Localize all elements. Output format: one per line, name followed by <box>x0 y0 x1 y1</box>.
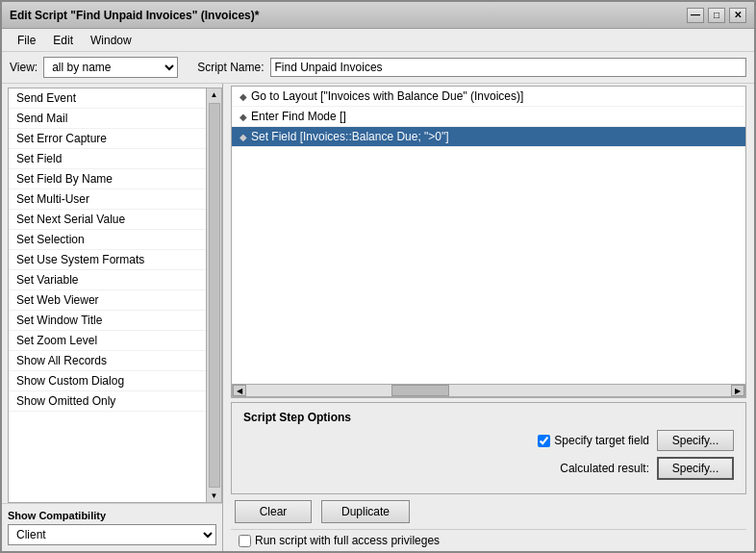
minimize-button[interactable]: — <box>687 8 704 23</box>
list-item[interactable]: Show All Records <box>9 351 206 371</box>
close-button[interactable]: ✕ <box>729 8 746 23</box>
duplicate-button[interactable]: Duplicate <box>321 500 410 523</box>
menu-file[interactable]: File <box>10 32 43 49</box>
clear-button[interactable]: Clear <box>235 500 312 523</box>
script-step-list: Send Event Send Mail Set Error Capture S… <box>9 88 206 502</box>
list-item[interactable]: Set Variable <box>9 270 206 290</box>
list-item[interactable]: Set Selection <box>9 230 206 250</box>
specify-field-label: Specify target field <box>554 434 649 447</box>
options-title: Script Step Options <box>243 411 734 424</box>
maximize-button[interactable]: □ <box>708 8 725 23</box>
menu-window[interactable]: Window <box>83 32 139 49</box>
script-name-label: Script Name: <box>197 61 264 74</box>
list-item[interactable]: Set Next Serial Value <box>9 210 206 230</box>
left-panel: Send Event Send Mail Set Error Capture S… <box>2 84 223 551</box>
footer-row: Run script with full access privileges <box>231 529 746 551</box>
compatibility-label: Show Compatibility <box>8 510 216 521</box>
scroll-up-btn[interactable]: ▲ <box>209 88 220 101</box>
calc-result-row: Calculated result: Specify... <box>243 457 734 480</box>
full-access-checkbox[interactable] <box>239 535 251 547</box>
step-arrow-icon: ◆ <box>239 132 247 142</box>
list-item[interactable]: Send Mail <box>9 109 206 129</box>
list-item[interactable]: Set Window Title <box>9 311 206 331</box>
right-panel: ◆ Go to Layout ["Invoices with Balance D… <box>223 84 754 551</box>
full-access-label: Run script with full access privileges <box>255 534 440 547</box>
scroll-thumb-h[interactable] <box>391 385 449 396</box>
options-section: Script Step Options Specify target field… <box>231 402 746 494</box>
title-bar: Edit Script "Find Unpaid Invoices" (Invo… <box>2 2 754 29</box>
calc-result-button[interactable]: Specify... <box>657 457 734 480</box>
step-item[interactable]: ◆ Enter Find Mode [] <box>232 107 745 127</box>
window-title: Edit Script "Find Unpaid Invoices" (Invo… <box>10 9 259 22</box>
step-arrow-icon: ◆ <box>239 112 247 122</box>
scroll-bar-right[interactable]: ▲ ▼ <box>206 88 221 502</box>
left-list-container: Send Event Send Mail Set Error Capture S… <box>8 88 222 503</box>
list-item[interactable]: Set Web Viewer <box>9 290 206 311</box>
list-item[interactable]: Set Field By Name <box>9 169 206 189</box>
script-steps-container: ◆ Go to Layout ["Invoices with Balance D… <box>231 86 746 398</box>
scroll-left-btn[interactable]: ◀ <box>233 385 246 396</box>
list-item[interactable]: Set Zoom Level <box>9 331 206 351</box>
scroll-thumb-v[interactable] <box>209 103 220 488</box>
step-text: Enter Find Mode [] <box>251 110 346 123</box>
step-item-selected[interactable]: ◆ Set Field [Invoices::Balance Due; ">0"… <box>232 127 745 147</box>
menu-bar: File Edit Window <box>2 29 754 52</box>
specify-field-checkbox[interactable] <box>538 435 550 447</box>
step-text: Go to Layout ["Invoices with Balance Due… <box>251 89 523 103</box>
script-name-input[interactable] <box>270 58 747 77</box>
script-step-items: ◆ Go to Layout ["Invoices with Balance D… <box>232 87 745 384</box>
list-item[interactable]: Set Field <box>9 149 206 169</box>
view-label: View: <box>10 61 38 74</box>
step-item[interactable]: ◆ Go to Layout ["Invoices with Balance D… <box>232 87 745 107</box>
list-item[interactable]: Send Event <box>9 88 206 109</box>
list-item[interactable]: Show Omitted Only <box>9 391 206 412</box>
step-arrow-icon: ◆ <box>239 91 247 102</box>
specify-field-checkbox-container: Specify target field <box>538 434 649 447</box>
scroll-down-btn[interactable]: ▼ <box>209 490 220 502</box>
horizontal-scrollbar[interactable]: ◀ ▶ <box>232 384 745 397</box>
list-item[interactable]: Set Multi-User <box>9 189 206 210</box>
calc-result-label: Calculated result: <box>560 462 649 475</box>
list-item[interactable]: Show Custom Dialog <box>9 371 206 391</box>
view-select[interactable]: all by name <box>43 57 178 78</box>
main-content: Send Event Send Mail Set Error Capture S… <box>2 84 754 551</box>
title-bar-buttons: — □ ✕ <box>687 8 746 23</box>
compatibility-select[interactable]: Client <box>8 524 216 545</box>
list-item[interactable]: Set Error Capture <box>9 129 206 149</box>
footer-checkbox-container: Run script with full access privileges <box>239 534 440 547</box>
toolbar-row: View: all by name Script Name: <box>2 52 754 84</box>
step-text: Set Field [Invoices::Balance Due; ">0"] <box>251 130 449 143</box>
compatibility-section: Show Compatibility Client <box>2 503 222 551</box>
scroll-track <box>246 385 731 396</box>
specify-field-row: Specify target field Specify... <box>243 430 734 451</box>
action-buttons-row: Clear Duplicate <box>231 494 746 529</box>
scroll-right-btn[interactable]: ▶ <box>731 385 744 396</box>
list-item[interactable]: Set Use System Formats <box>9 250 206 270</box>
menu-edit[interactable]: Edit <box>45 32 81 49</box>
specify-field-button[interactable]: Specify... <box>657 430 734 451</box>
main-window: Edit Script "Find Unpaid Invoices" (Invo… <box>0 0 756 553</box>
left-list-wrapper: Send Event Send Mail Set Error Capture S… <box>8 88 222 503</box>
